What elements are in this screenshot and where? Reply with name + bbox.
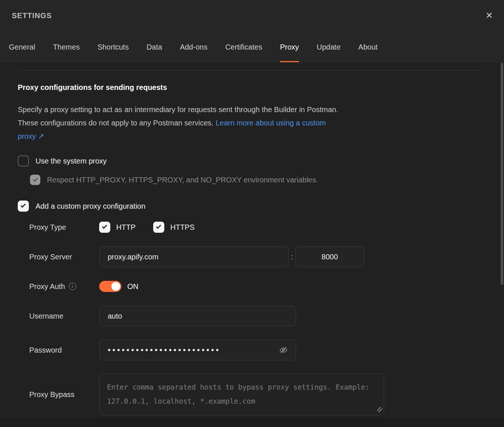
info-icon[interactable]: [69, 283, 76, 290]
section-description: Specify a proxy setting to act as an int…: [18, 103, 343, 143]
page-title: SETTINGS: [12, 11, 52, 20]
https-label: HTTPS: [170, 223, 195, 232]
respect-env-row: Respect HTTP_PROXY, HTTPS_PROXY, and NO_…: [30, 175, 486, 185]
proxy-bypass-label: Proxy Bypass: [29, 390, 99, 399]
respect-env-label: Respect HTTP_PROXY, HTTPS_PROXY, and NO_…: [47, 176, 318, 184]
custom-proxy-row: Add a custom proxy configuration: [18, 201, 486, 212]
proxy-host-input[interactable]: [99, 246, 289, 267]
username-input[interactable]: [99, 306, 296, 326]
username-row: Username: [29, 306, 486, 326]
proxy-server-row: Proxy Server :: [29, 246, 486, 267]
resize-handle[interactable]: [377, 407, 382, 412]
proxy-server-label: Proxy Server: [29, 253, 99, 261]
custom-proxy-form: Proxy Type HTTP HTTPS Proxy Server :: [29, 221, 486, 415]
eye-off-icon: [279, 346, 288, 354]
check-icon: [156, 223, 161, 229]
tab-shortcuts[interactable]: Shortcuts: [97, 31, 128, 63]
section-divider: [18, 70, 480, 71]
tab-data[interactable]: Data: [147, 31, 162, 63]
proxy-auth-row: Proxy Auth ON: [29, 280, 486, 292]
tab-certificates[interactable]: Certificates: [225, 31, 262, 63]
http-checkbox[interactable]: [99, 222, 110, 233]
settings-tabbar: General Themes Shortcuts Data Add-ons Ce…: [0, 31, 504, 63]
http-option: HTTP: [99, 222, 135, 233]
tab-about[interactable]: About: [358, 31, 377, 63]
system-proxy-label: Use the system proxy: [36, 157, 107, 165]
section-title: Proxy configurations for sending request…: [18, 83, 486, 92]
https-option: HTTPS: [153, 222, 195, 233]
host-port-separator: :: [291, 253, 293, 261]
password-row: Password: [29, 340, 486, 360]
window-bottom-edge: [0, 417, 504, 427]
tab-update[interactable]: Update: [317, 31, 341, 63]
tab-general[interactable]: General: [9, 31, 35, 63]
proxy-auth-label: Proxy Auth: [29, 282, 99, 291]
check-icon: [102, 223, 107, 229]
proxy-type-label: Proxy Type: [29, 223, 99, 232]
password-label: Password: [29, 346, 99, 354]
toggle-password-visibility-button[interactable]: [278, 345, 289, 355]
proxy-auth-label-text: Proxy Auth: [29, 282, 65, 291]
custom-proxy-checkbox[interactable]: [18, 201, 29, 212]
system-proxy-checkbox[interactable]: [18, 155, 29, 167]
tab-addons[interactable]: Add-ons: [180, 31, 208, 63]
proxy-bypass-textarea[interactable]: [99, 374, 384, 415]
password-input[interactable]: [99, 340, 296, 360]
tab-proxy[interactable]: Proxy: [280, 31, 299, 63]
http-label: HTTP: [116, 223, 135, 232]
settings-header: SETTINGS ✕: [0, 0, 504, 31]
system-proxy-row: Use the system proxy: [18, 155, 486, 167]
username-label: Username: [29, 312, 99, 320]
toggle-knob: [111, 282, 120, 291]
custom-proxy-label: Add a custom proxy configuration: [36, 202, 145, 211]
toggle-state-label: ON: [127, 282, 138, 291]
respect-env-checkbox[interactable]: [30, 175, 40, 185]
check-icon: [33, 176, 38, 182]
close-icon[interactable]: ✕: [485, 11, 493, 20]
tab-themes[interactable]: Themes: [53, 31, 80, 63]
proxy-type-row: Proxy Type HTTP HTTPS: [29, 221, 486, 233]
scrollbar-thumb[interactable]: [501, 63, 503, 285]
proxy-port-input[interactable]: [295, 246, 364, 267]
proxy-bypass-row: Proxy Bypass: [29, 374, 486, 415]
https-checkbox[interactable]: [153, 222, 164, 233]
proxy-auth-toggle[interactable]: [99, 281, 121, 292]
proxy-settings-panel: Proxy configurations for sending request…: [0, 70, 504, 415]
check-icon: [20, 202, 26, 208]
